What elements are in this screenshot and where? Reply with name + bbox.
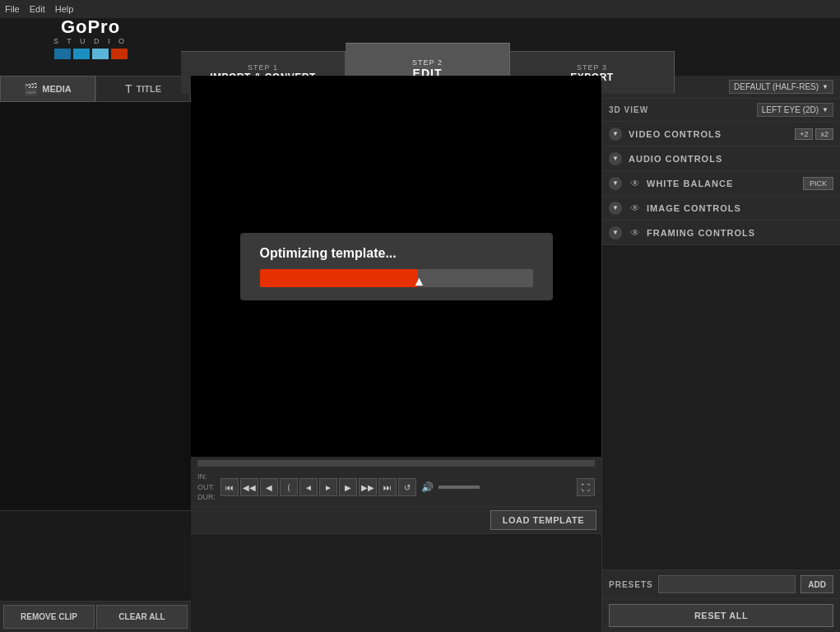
title-bar: File Edit Help	[0, 0, 840, 18]
logo-name: GoPro	[61, 18, 120, 36]
video-controls-chevron-icon: ▼	[609, 128, 622, 141]
playback-controls: IN: OUT: DUR: ⏮ ◀◀ ◀ ⟨ ◄ ► ▶ ▶▶ ⏭ ↺ 🔊 ⛶	[191, 457, 601, 506]
clear-all-button[interactable]: CLEAR ALL	[96, 605, 188, 629]
white-balance-pick-button[interactable]: PICK	[803, 177, 833, 190]
3d-view-dropdown[interactable]: LEFT EYE (2D) ▼	[757, 103, 833, 117]
logo-dot-2	[73, 49, 90, 59]
logo-sub: S T U D I O	[53, 37, 128, 45]
image-controls-eye-icon[interactable]: 👁	[629, 202, 642, 215]
play-reverse-button[interactable]: ◄	[299, 478, 318, 496]
tab-title-label: TITLE	[137, 84, 162, 94]
tab-media-label: MEDIA	[42, 84, 71, 94]
next-frame-button[interactable]: ▶▶	[359, 478, 377, 496]
timeline-bar[interactable]	[197, 460, 595, 467]
white-balance-row[interactable]: ▼ 👁 WHITE BALANCE PICK	[602, 171, 840, 196]
3d-view-chevron-icon: ▼	[822, 106, 828, 114]
video-controls-row[interactable]: ▼ VIDEO CONTROLS +2 x2	[602, 122, 840, 146]
skip-end-button[interactable]: ⏭	[378, 478, 397, 496]
load-template-row: LOAD TEMPLATE	[191, 506, 601, 533]
title-icon: T	[125, 82, 132, 95]
media-icon: 🎬	[24, 82, 38, 95]
image-controls-chevron-icon: ▼	[609, 202, 622, 215]
audio-controls-row[interactable]: ▼ AUDIO CONTROLS	[602, 146, 840, 171]
audio-controls-label: AUDIO CONTROLS	[629, 154, 833, 164]
progress-bar-background	[260, 269, 533, 287]
logo-dot-1	[54, 49, 71, 59]
step-back-button[interactable]: ◀	[260, 478, 278, 496]
main-content: 🎬 MEDIA T TITLE REMOVE CLIP CLEAR ALL	[0, 76, 840, 632]
right-spacer	[602, 245, 840, 569]
step-1-num: STEP 1	[248, 63, 278, 72]
in-point-button[interactable]: ⟨	[280, 478, 298, 496]
add-preset-button[interactable]: ADD	[801, 575, 833, 593]
progress-bar-fill	[260, 269, 419, 287]
play-button[interactable]: ►	[319, 478, 337, 496]
tab-title[interactable]: T TITLE	[95, 76, 191, 102]
video-badge-1: +2	[795, 128, 813, 140]
left-footer: REMOVE CLIP CLEAR ALL	[0, 601, 191, 632]
framing-controls-chevron-icon: ▼	[609, 226, 622, 239]
3d-view-label: 3D VIEW	[609, 105, 648, 114]
tab-media[interactable]: 🎬 MEDIA	[0, 76, 95, 102]
prev-frame-button[interactable]: ◀◀	[240, 478, 258, 496]
volume-icon: 🔊	[421, 481, 434, 493]
loop-button[interactable]: ↺	[398, 478, 416, 496]
time-labels: IN: OUT: DUR:	[197, 472, 216, 503]
menu-help[interactable]: Help	[55, 4, 74, 14]
white-balance-eye-icon[interactable]: 👁	[629, 177, 642, 190]
framing-controls-eye-icon[interactable]: 👁	[629, 226, 642, 239]
image-controls-row[interactable]: ▼ 👁 IMAGE CONTROLS	[602, 196, 840, 221]
menu-edit[interactable]: Edit	[30, 4, 45, 14]
presets-row: PRESETS ADD	[602, 569, 840, 598]
logo-dot-4	[111, 49, 128, 59]
controls-row: IN: OUT: DUR: ⏮ ◀◀ ◀ ⟨ ◄ ► ▶ ▶▶ ⏭ ↺ 🔊 ⛶	[197, 472, 595, 503]
audio-controls-chevron-icon: ▼	[609, 152, 622, 165]
step-2-num: STEP 2	[412, 58, 443, 67]
step-3-num: STEP 3	[577, 63, 607, 72]
white-balance-chevron-icon: ▼	[609, 177, 622, 190]
center-panel: Optimizing template... ▲ IN: OUT: DUR:	[191, 76, 601, 632]
menu-file[interactable]: File	[5, 4, 20, 14]
remove-clip-button[interactable]: REMOVE CLIP	[3, 605, 95, 629]
media-content	[0, 102, 191, 510]
logo-area: GoPro S T U D I O	[0, 18, 181, 76]
volume-slider[interactable]	[439, 486, 480, 489]
framing-controls-label: FRAMING CONTROLS	[647, 228, 833, 238]
image-controls-label: IMAGE CONTROLS	[647, 203, 833, 213]
reset-all-button[interactable]: RESET ALL	[609, 604, 833, 627]
progress-overlay: Optimizing template...	[240, 233, 553, 300]
right-panel: PLAYBACK DEFAULT (HALF-RES) ▼ 3D VIEW LE…	[601, 76, 840, 632]
white-balance-label: WHITE BALANCE	[647, 179, 803, 188]
load-template-button[interactable]: LOAD TEMPLATE	[490, 510, 596, 530]
step-fwd-button[interactable]: ▶	[339, 478, 357, 496]
presets-input[interactable]	[658, 575, 796, 593]
presets-label: PRESETS	[609, 580, 653, 589]
video-preview: Optimizing template... ▲	[191, 76, 601, 457]
video-controls-label: VIDEO CONTROLS	[629, 129, 792, 139]
timeline-area	[191, 533, 601, 632]
fullscreen-button[interactable]: ⛶	[577, 478, 595, 496]
progress-text: Optimizing template...	[260, 246, 533, 261]
video-badge-2: x2	[815, 128, 833, 140]
framing-controls-row[interactable]: ▼ 👁 FRAMING CONTROLS	[602, 221, 840, 245]
right-footer: RESET ALL	[602, 598, 840, 632]
3d-view-section-header: 3D VIEW LEFT EYE (2D) ▼	[602, 99, 840, 122]
logo-dot-3	[92, 49, 109, 59]
clip-preview-area	[0, 510, 191, 601]
left-panel: 🎬 MEDIA T TITLE REMOVE CLIP CLEAR ALL	[0, 76, 191, 632]
skip-start-button[interactable]: ⏮	[220, 478, 239, 496]
left-tabs: 🎬 MEDIA T TITLE	[0, 76, 191, 102]
